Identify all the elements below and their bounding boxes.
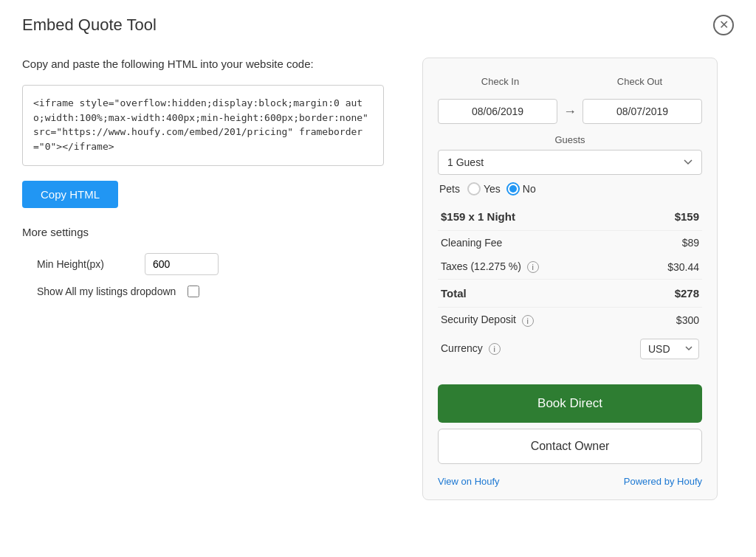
modal-header: Embed Quote Tool ✕ <box>22 15 734 35</box>
cleaning-fee-row: Cleaning Fee $89 <box>438 231 702 255</box>
pets-no-radio[interactable] <box>506 182 520 196</box>
left-panel: Copy and paste the following HTML into y… <box>22 58 384 542</box>
modal-body: Copy and paste the following HTML into y… <box>22 58 734 542</box>
instruction-text: Copy and paste the following HTML into y… <box>22 58 384 70</box>
check-out-col: Check Out <box>577 76 702 91</box>
embed-quote-tool-modal: Embed Quote Tool ✕ Copy and paste the fo… <box>0 0 756 557</box>
price-per-night-row: $159 x 1 Night $159 <box>438 207 702 231</box>
modal-title: Embed Quote Tool <box>22 15 157 35</box>
arrow-icon: → <box>563 104 577 120</box>
embed-code-box[interactable]: <iframe style="overflow:hidden;display:b… <box>22 85 384 166</box>
view-on-houfy-link[interactable]: View on Houfy <box>438 476 500 487</box>
radio-dot <box>509 185 517 193</box>
right-panel: Check In Check Out 08/06/2019 → 08/07/20… <box>406 58 734 542</box>
min-height-label: Min Height(px) <box>37 258 133 270</box>
check-in-label: Check In <box>481 76 519 87</box>
cleaning-fee-label: Cleaning Fee <box>438 231 600 255</box>
show-listings-setting: Show All my listings dropdown <box>37 286 384 297</box>
min-height-input[interactable] <box>145 253 219 275</box>
check-out-date[interactable]: 08/07/2019 <box>583 99 702 124</box>
copy-button-wrapper: Copy HTML <box>22 181 384 208</box>
taxes-info-icon[interactable]: i <box>527 261 539 273</box>
currency-label: Currency i <box>438 333 600 365</box>
guests-label: Guests <box>438 134 702 145</box>
currency-row: Currency i USD EUR GBP CAD <box>438 333 702 365</box>
preview-card: Check In Check Out 08/06/2019 → 08/07/20… <box>422 58 718 500</box>
check-in-col: Check In <box>438 76 563 91</box>
total-label: Total <box>438 280 600 308</box>
date-section: Check In Check Out <box>438 76 702 91</box>
pets-row: Pets Yes No <box>438 182 702 196</box>
price-table: $159 x 1 Night $159 Cleaning Fee $89 Tax… <box>438 207 702 365</box>
min-height-setting: Min Height(px) <box>37 253 384 275</box>
pets-radio-group: Yes No <box>467 182 536 196</box>
price-per-night-value: $159 <box>600 207 702 231</box>
more-settings-label: More settings <box>22 226 384 238</box>
pets-yes-label[interactable]: Yes <box>467 182 501 196</box>
security-deposit-label: Security Deposit i <box>438 308 600 333</box>
guests-select[interactable]: 1 Guest 2 Guests 3 Guests 4 Guests <box>438 150 702 175</box>
powered-by-houfy-link[interactable]: Powered by Houfy <box>624 476 702 487</box>
book-direct-button[interactable]: Book Direct <box>438 384 702 423</box>
security-deposit-row: Security Deposit i $300 <box>438 308 702 333</box>
settings-group: Min Height(px) Show All my listings drop… <box>22 253 384 297</box>
show-listings-checkbox[interactable] <box>188 286 199 297</box>
currency-info-icon[interactable]: i <box>489 343 501 355</box>
price-per-night-label: $159 x 1 Night <box>438 207 600 231</box>
copy-html-button[interactable]: Copy HTML <box>22 181 118 208</box>
pets-no-label[interactable]: No <box>506 182 536 196</box>
check-out-label: Check Out <box>617 76 662 87</box>
more-settings-section: More settings <box>22 223 384 238</box>
cleaning-fee-value: $89 <box>600 231 702 255</box>
close-button[interactable]: ✕ <box>713 15 734 35</box>
pets-yes-radio[interactable] <box>467 182 481 196</box>
pets-label: Pets <box>439 183 460 195</box>
security-deposit-info-icon[interactable]: i <box>522 315 534 327</box>
currency-select[interactable]: USD EUR GBP CAD <box>640 339 699 359</box>
show-listings-label: Show All my listings dropdown <box>37 286 176 297</box>
currency-select-cell: USD EUR GBP CAD <box>600 333 702 365</box>
taxes-value: $30.44 <box>600 255 702 280</box>
contact-owner-button[interactable]: Contact Owner <box>438 429 702 464</box>
footer-links: View on Houfy Powered by Houfy <box>438 476 702 487</box>
taxes-row: Taxes (12.275 %) i $30.44 <box>438 255 702 280</box>
total-row: Total $278 <box>438 280 702 308</box>
check-in-date[interactable]: 08/06/2019 <box>438 99 557 124</box>
taxes-label: Taxes (12.275 %) i <box>438 255 600 280</box>
date-row: 08/06/2019 → 08/07/2019 <box>438 99 702 124</box>
total-value: $278 <box>600 280 702 308</box>
security-deposit-value: $300 <box>600 308 702 333</box>
